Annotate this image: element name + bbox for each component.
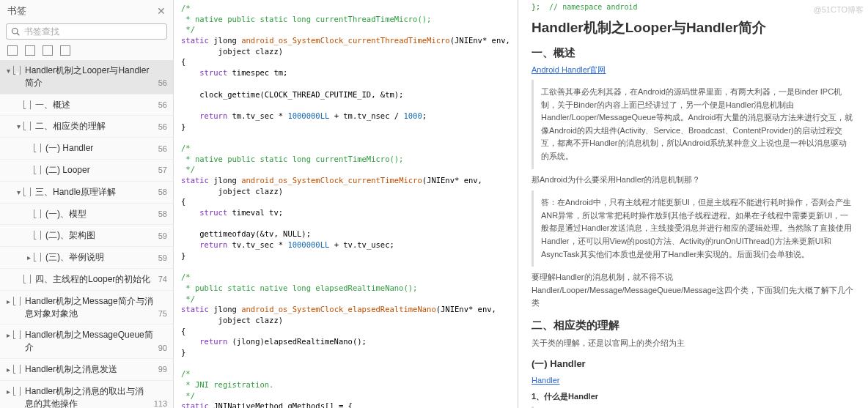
why-question: 那Android为什么要采用Handler的消息机制那？: [532, 174, 855, 187]
bookmark-label: (一)、模型: [45, 208, 154, 220]
close-icon[interactable]: ✕: [157, 5, 166, 17]
bookmark-label: (二)、架构图: [45, 229, 154, 242]
bookmark-icon: [13, 66, 21, 75]
bookmark-label: Handler机制之MessageQueue简介: [25, 329, 154, 354]
tool-collapse-icon[interactable]: [25, 45, 35, 56]
chevron-icon[interactable]: ▸: [4, 387, 12, 397]
search-wrap: [0, 21, 173, 42]
bookmark-item[interactable]: ▸(二)、架构图59: [0, 225, 173, 247]
page-number: 59: [158, 231, 167, 242]
what-is-handler: 1、什么是Handler: [532, 391, 855, 402]
summary-para: 要理解Handler的消息机制，就不得不说Handler/Looper/Mess…: [532, 271, 855, 310]
bookmark-icon: [34, 253, 41, 262]
tool-bookmark-icon[interactable]: [43, 45, 53, 56]
bookmark-item[interactable]: ▾二、相应类的理解56: [0, 116, 173, 138]
search-box[interactable]: [6, 23, 167, 40]
bookmark-label: 三、Handle原理详解: [35, 186, 154, 199]
svg-point-0: [12, 29, 18, 34]
bookmark-label: (一) Handler: [45, 142, 154, 155]
chevron-icon[interactable]: ▸: [4, 297, 12, 307]
sidebar-toolbar: [0, 42, 173, 60]
overview-para: 工欲善其事必先利其器，在Android的源码世界里面，有两大利器，一是Binde…: [541, 86, 855, 163]
page-number: 58: [158, 187, 167, 198]
svg-line-1: [17, 33, 19, 35]
search-icon: [11, 27, 20, 36]
bookmark-icon: [23, 275, 31, 283]
page-number: 58: [158, 209, 167, 220]
handler-doc-link[interactable]: Android Handler官网: [532, 65, 606, 74]
page-number: 56: [158, 78, 167, 89]
bookmark-item[interactable]: ▾三、Handle原理详解58: [0, 182, 173, 204]
sidebar-title: 书签: [7, 4, 26, 18]
page-number: 57: [158, 165, 167, 176]
chevron-icon[interactable]: ▸: [25, 253, 32, 263]
page-number: 56: [158, 100, 167, 111]
watermark: @51CTO博客: [814, 4, 864, 15]
answer-para: 答：在Android中，只有主线程才能更新UI，但是主线程不能进行耗时操作，否则…: [541, 196, 855, 261]
section-classes: 二、相应类的理解: [532, 319, 855, 333]
bookmark-item[interactable]: ▸一、概述56: [0, 94, 173, 116]
sidebar-header: 书签 ✕: [0, 0, 173, 21]
chevron-icon[interactable]: ▾: [15, 188, 22, 198]
chevron-icon[interactable]: ▾: [4, 66, 12, 76]
page-number: 56: [158, 144, 167, 155]
bookmark-icon: [23, 122, 31, 130]
tool-expand-icon[interactable]: [7, 45, 18, 56]
bookmark-item[interactable]: ▸四、主线程的Looper的初始化74: [0, 269, 173, 291]
prev-code-tail: }; // namespace android: [532, 3, 855, 11]
bookmark-icon: [13, 387, 21, 396]
bookmark-label: Handler机制之Message简介与消息对象对象池: [25, 295, 154, 320]
page-number: 90: [158, 343, 167, 354]
overview-quote: 工欲善其事必先利其器，在Android的源码世界里面，有两大利器，一是Binde…: [532, 80, 855, 169]
bookmark-label: (二) Looper: [45, 164, 154, 177]
bookmark-icon: [34, 166, 41, 174]
article-title: Handler机制之Looper与Handler简介: [532, 18, 855, 37]
chevron-icon[interactable]: ▸: [4, 330, 12, 341]
bookmark-label: 一、概述: [35, 99, 154, 111]
code-block: /* * native public static long currentTh…: [181, 3, 518, 408]
bookmark-icon: [13, 365, 21, 374]
bookmark-label: Handler机制之消息的取出与消息的其他操作: [25, 385, 150, 408]
bookmark-item[interactable]: ▸Handler机制之消息发送99: [0, 359, 173, 381]
bookmark-label: 四、主线程的Looper的初始化: [35, 273, 154, 286]
chevron-icon[interactable]: ▸: [4, 365, 12, 375]
bookmark-item[interactable]: ▸(三)、举例说明59: [0, 247, 173, 269]
search-input[interactable]: [24, 26, 162, 37]
bookmark-label: 二、相应类的理解: [35, 120, 154, 133]
bookmark-item[interactable]: ▸(一)、模型58: [0, 204, 173, 226]
bookmark-label: (三)、举例说明: [45, 251, 154, 264]
bookmark-icon: [23, 100, 31, 109]
bookmark-item[interactable]: ▸(一) Handler56: [0, 138, 173, 160]
section-overview: 一、概述: [532, 46, 855, 60]
bookmark-label: Handler机制之消息发送: [25, 363, 154, 376]
bookmark-label: Handler机制之Looper与Handler简介: [25, 64, 154, 89]
bookmark-icon: [34, 231, 41, 240]
bookmark-icon: [13, 297, 21, 305]
page-number: 74: [158, 274, 167, 285]
bookmark-icon: [34, 144, 41, 152]
subsection-handler: (一) Handler: [532, 357, 855, 371]
bookmark-item[interactable]: ▸Handler机制之MessageQueue简介90: [0, 324, 173, 359]
tool-bookmark2-icon[interactable]: [60, 45, 70, 56]
classes-intro: 关于类的理解，还是以官网上的类介绍为主: [532, 337, 855, 350]
bookmark-tree: ▾Handler机制之Looper与Handler简介56▸一、概述56▾二、相…: [0, 60, 173, 408]
bookmark-item[interactable]: ▸Handler机制之消息的取出与消息的其他操作113: [0, 381, 173, 408]
page-number: 59: [158, 253, 167, 264]
page-number: 99: [158, 364, 167, 375]
bookmark-icon: [34, 209, 41, 218]
code-pane: /* * native public static long currentTh…: [174, 0, 518, 408]
bookmark-icon: [13, 330, 21, 339]
bookmark-item[interactable]: ▾Handler机制之Looper与Handler简介56: [0, 60, 173, 94]
bookmark-icon: [23, 188, 31, 196]
page-number: 56: [158, 122, 167, 133]
page-number: 75: [158, 308, 167, 319]
bookmarks-sidebar: 书签 ✕ ▾Handler机制之Looper与Handler简介56▸一、概述5…: [0, 0, 174, 408]
page-number: 113: [154, 398, 167, 408]
chevron-icon[interactable]: ▾: [15, 122, 22, 132]
answer-quote: 答：在Android中，只有主线程才能更新UI，但是主线程不能进行耗时操作，否则…: [532, 190, 855, 267]
handler-link[interactable]: Handler: [532, 376, 560, 385]
bookmark-item[interactable]: ▸Handler机制之Message简介与消息对象对象池75: [0, 291, 173, 325]
article-pane: @51CTO博客 }; // namespace android Handler…: [518, 0, 868, 408]
bookmark-item[interactable]: ▸(二) Looper57: [0, 160, 173, 182]
